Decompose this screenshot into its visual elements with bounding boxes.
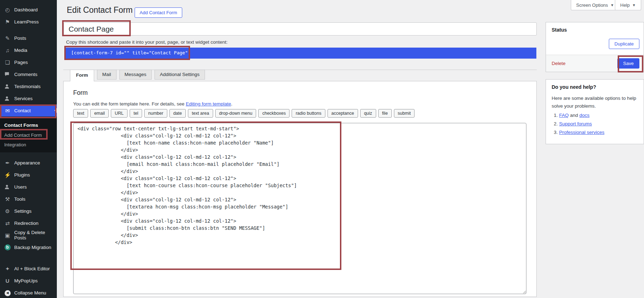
status-box: Status Duplicate Delete Save [546, 22, 644, 72]
sidebar-item-pages[interactable]: ❏ Pages [0, 56, 57, 68]
shortcode-value[interactable]: [contact-form-7 id="" title="Contact Pag… [66, 48, 536, 59]
swap-arrows-icon: ⇄ [4, 221, 11, 226]
tag-button-date[interactable]: date [169, 109, 186, 118]
sidebar-item-label: Services [14, 96, 33, 101]
help-list: 1. FAQ and docs 2. Support forums 3. Pro… [546, 111, 644, 135]
sidebar-item-settings[interactable]: ⚙ Settings [0, 205, 57, 217]
editor-tabs: Form Mail Messages Additional Settings [70, 70, 205, 81]
tab-mail[interactable]: Mail [97, 70, 117, 80]
sidebar-item-testimonials[interactable]: Testimonials [0, 80, 57, 92]
sidebar-item-users[interactable]: Users [0, 181, 57, 193]
sidebar-item-redirection[interactable]: ⇄ Redirection [0, 217, 57, 229]
sidebar-item-comments[interactable]: Comments [0, 68, 57, 80]
tag-button-file[interactable]: file [378, 109, 392, 118]
submenu-item-add-contact-form[interactable]: Add Contact Form [0, 130, 57, 140]
sidebar-item-label: Pages [14, 60, 28, 65]
form-title-input[interactable] [64, 22, 537, 36]
sidebar-item-ai-block-editor[interactable]: ✦ AI + Block Editor [0, 262, 57, 275]
chevron-down-icon: ▼ [632, 3, 636, 7]
tab-additional-settings[interactable]: Additional Settings [155, 70, 205, 80]
description-period: . [231, 101, 233, 107]
sidebar-item-label: Comments [14, 72, 37, 77]
gauge-icon: ◴ [4, 7, 11, 12]
form-template-textarea[interactable]: <div class="row text-center txt-lg-start… [73, 123, 526, 294]
tag-button-tel[interactable]: tel [130, 109, 142, 118]
editing-form-template-link[interactable]: Editing form template [186, 101, 231, 107]
sidebar-item-label: Media [14, 48, 27, 53]
sidebar-item-media[interactable]: ♫ Media [0, 44, 57, 56]
shortcode-label: Copy this shortcode and paste it into yo… [66, 39, 228, 45]
sidebar-item-backup-migration[interactable]: b Backup Migration [0, 241, 57, 253]
save-button[interactable]: Save [617, 58, 639, 69]
sidebar-item-contact[interactable]: ✉ Contact [0, 104, 57, 117]
tag-button-url[interactable]: URL [111, 109, 128, 118]
status-footer: Delete Save [546, 55, 644, 72]
list-item: 3. Professional services [554, 130, 638, 135]
pages-icon: ❏ [4, 60, 11, 65]
panel-heading: Form [73, 89, 88, 97]
backup-migration-icon: b [4, 244, 11, 250]
submenu-item-contact-forms[interactable]: Contact Forms [0, 120, 57, 130]
tag-button-radio-buttons[interactable]: radio buttons [292, 109, 325, 118]
tag-button-text[interactable]: text [73, 109, 88, 118]
sidebar-item-tools[interactable]: ⚒ Tools [0, 193, 57, 205]
sidebar-item-label: Copy & Delete Posts [14, 230, 54, 240]
tag-button-text-area[interactable]: text area [188, 109, 213, 118]
plug-icon: ⚡ [4, 172, 11, 178]
sidebar-item-services[interactable]: Services [0, 92, 57, 104]
panel-description: You can edit the form template here. For… [73, 101, 232, 107]
tag-button-checkboxes[interactable]: checkboxes [258, 109, 289, 118]
add-contact-form-button[interactable]: Add Contact Form [135, 7, 182, 18]
description-text: You can edit the form template here. For… [73, 101, 186, 107]
tag-button-acceptance[interactable]: acceptance [328, 109, 358, 118]
tag-button-email[interactable]: email [90, 109, 109, 118]
sidebar-item-label: Plugins [14, 172, 30, 178]
sliders-icon: ⚙ [4, 208, 11, 214]
support-forums-link[interactable]: Support forums [559, 121, 592, 126]
tab-form[interactable]: Form [70, 70, 94, 81]
sidebar-item-label: Collapse Menu [14, 290, 46, 296]
sidebar-item-label: Contact [14, 108, 31, 113]
form-editor-panel: Form You can edit the form template here… [63, 81, 537, 297]
docs-link[interactable]: docs [579, 113, 590, 118]
tag-button-number[interactable]: number [144, 109, 167, 118]
sidebar-item-dashboard[interactable]: ◴ Dashboard [0, 4, 57, 16]
tag-button-quiz[interactable]: quiz [360, 109, 376, 118]
submenu-item-integration[interactable]: Integration [0, 140, 57, 150]
duplicate-button[interactable]: Duplicate [609, 39, 639, 49]
tab-messages[interactable]: Messages [119, 70, 152, 80]
help-toggle[interactable]: Help ▼ [615, 0, 641, 10]
collapse-arrow-icon: ◀ [4, 289, 11, 296]
sidebar-item-label: AI + Block Editor [14, 266, 50, 271]
sidebar-item-appearance[interactable]: ✒ Appearance [0, 157, 57, 169]
tag-button-drop-down-menu[interactable]: drop-down menu [215, 109, 256, 118]
sidebar-item-label: Redirection [14, 221, 38, 226]
tag-generator-row: text email URL tel number date text area… [73, 109, 415, 118]
sidebar-item-label: Backup Migration [14, 245, 51, 250]
list-number: 3. [554, 130, 558, 135]
contact-submenu: Contact Forms Add Contact Form Integrati… [0, 118, 57, 152]
edit-contact-form-page: ◴ Dashboard ⚑ LearnPress ✎ Posts ♫ Media… [0, 0, 644, 298]
sidebar-item-collapse-menu[interactable]: ◀ Collapse Menu [0, 287, 57, 298]
delete-link[interactable]: Delete [552, 61, 565, 66]
sidebar-item-posts[interactable]: ✎ Posts [0, 32, 57, 44]
list-item: 2. Support forums [554, 121, 638, 126]
list-item: 1. FAQ and docs [554, 113, 638, 118]
sidebar-item-label: Settings [14, 208, 32, 214]
sidebar-item-plugins[interactable]: ⚡ Plugins [0, 169, 57, 181]
professional-services-link[interactable]: Professional services [559, 130, 605, 135]
screen-options-toggle[interactable]: Screen Options ▼ [571, 0, 619, 10]
screen-options-label: Screen Options [576, 2, 608, 8]
pushpin-icon: ✎ [4, 36, 11, 41]
tag-button-submit[interactable]: submit [394, 109, 415, 118]
letter-u-icon: U [4, 278, 11, 283]
sidebar-item-mypopups[interactable]: U MyPopUps [0, 275, 57, 287]
faq-link[interactable]: FAQ [559, 113, 569, 118]
spark-icon: ✦ [4, 266, 11, 271]
sidebar-item-learnpress[interactable]: ⚑ LearnPress [0, 16, 57, 28]
list-number: 1. [554, 113, 558, 118]
person-icon [4, 84, 11, 89]
help-box: Do you need help? Here are some availabl… [546, 79, 644, 144]
copy-pages-icon: ▣ [4, 233, 11, 238]
sidebar-item-copy-delete-posts[interactable]: ▣ Copy & Delete Posts [0, 229, 57, 241]
